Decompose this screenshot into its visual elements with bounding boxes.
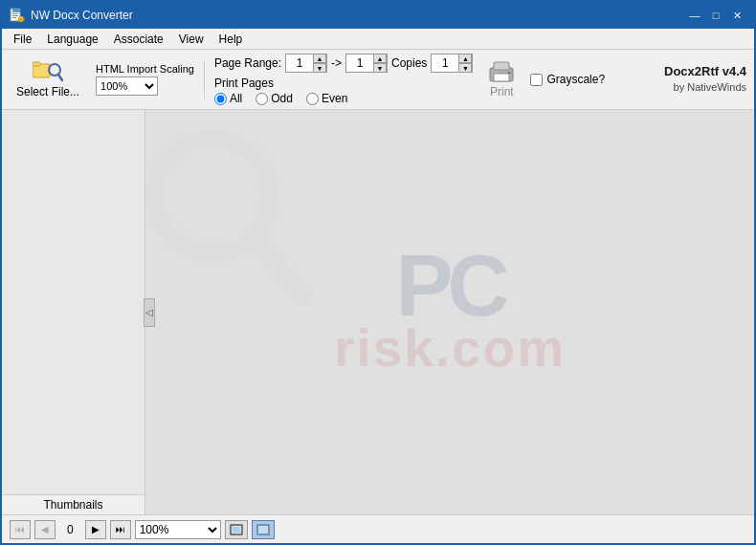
svg-text:NW: NW: [20, 17, 26, 22]
print-pages-radio-row: All Odd Even: [214, 92, 473, 105]
watermark-pc: PC: [395, 250, 503, 323]
menu-view[interactable]: View: [171, 31, 211, 48]
print-pages-group: Print Pages All Odd Even: [214, 76, 473, 105]
menu-language[interactable]: Language: [39, 31, 105, 48]
page-range-row: Page Range: ▲ ▼ -> ▲ ▼: [214, 54, 473, 73]
svg-line-16: [256, 239, 303, 296]
page-range-from-up[interactable]: ▲: [313, 54, 326, 63]
radio-all-input[interactable]: [214, 93, 227, 105]
print-label: Print: [490, 85, 514, 98]
page-range-group: Page Range: ▲ ▼ -> ▲ ▼: [214, 54, 473, 105]
page-range-from-input[interactable]: [286, 54, 313, 72]
svg-rect-12: [494, 62, 509, 70]
nav-prev-button[interactable]: ◀: [34, 520, 56, 539]
svg-rect-19: [257, 525, 269, 534]
svg-rect-2: [12, 13, 18, 14]
copies-spinner[interactable]: ▲ ▼: [431, 54, 473, 73]
nav-play-button[interactable]: ▶: [85, 520, 106, 539]
copies-down[interactable]: ▼: [458, 63, 472, 73]
brand-block: Docx2Rtf v4.4 by NativeWinds: [664, 64, 746, 94]
page-range-to-down[interactable]: ▼: [373, 63, 387, 73]
watermark-risk: risk.com: [334, 322, 566, 375]
menu-associate[interactable]: Associate: [106, 31, 171, 48]
minimize-button[interactable]: —: [685, 7, 704, 24]
svg-rect-1: [12, 9, 20, 12]
radio-even-input[interactable]: [306, 93, 319, 105]
radio-odd-label: Odd: [271, 92, 293, 105]
actual-size-icon: [256, 524, 270, 535]
brand-sub: by NativeWinds: [664, 80, 746, 94]
grayscale-group: Grayscale?: [530, 73, 605, 86]
select-file-label: Select File...: [16, 85, 79, 98]
svg-line-10: [58, 75, 62, 80]
watermark: PC risk.com: [145, 110, 754, 514]
app-icon: NW: [10, 8, 25, 23]
fit-page-button[interactable]: [225, 520, 248, 539]
page-range-from-down[interactable]: ▼: [313, 63, 326, 73]
magnifier-watermark: [145, 120, 318, 311]
brand-title: Docx2Rtf v4.4: [664, 64, 746, 80]
thumbnail-panel: Thumbnails: [2, 110, 145, 514]
page-range-label: Page Range:: [214, 56, 281, 70]
menu-help[interactable]: Help: [211, 31, 251, 48]
menu-file[interactable]: File: [6, 31, 39, 48]
main-window: NW NW Docx Converter — □ ✕ File Language…: [0, 0, 756, 545]
maximize-button[interactable]: □: [706, 7, 725, 24]
fit-page-icon: [230, 524, 243, 535]
page-range-from-btns: ▲ ▼: [313, 54, 326, 73]
toolbar-separator-1: [204, 60, 205, 98]
radio-all[interactable]: All: [214, 92, 242, 105]
radio-odd-input[interactable]: [256, 93, 268, 105]
scaling-group: HTML Import Scaling 100% 50% 75% 125% 15…: [96, 63, 194, 96]
zoom-select[interactable]: 100% 50% 75% 125% 150% 200%: [135, 520, 221, 539]
thumbnail-label: Thumbnails: [2, 494, 145, 514]
svg-rect-4: [12, 17, 16, 18]
select-file-icon: [33, 60, 63, 85]
scaling-select[interactable]: 100% 50% 75% 125% 150% 200%: [96, 76, 158, 96]
thumbnail-content: [2, 110, 145, 494]
svg-rect-8: [33, 62, 40, 66]
copies-up[interactable]: ▲: [458, 54, 472, 63]
title-bar-text: NW Docx Converter: [31, 9, 685, 22]
preview-area: PC risk.com: [145, 110, 754, 514]
radio-all-label: All: [230, 92, 242, 105]
svg-point-15: [155, 139, 270, 253]
bottom-toolbar: ⏮ ◀ 0 ▶ ⏭ 100% 50% 75% 125% 150% 200%: [2, 514, 754, 543]
page-range-to-btns: ▲ ▼: [373, 54, 387, 73]
main-area: Thumbnails ◁ PC risk.com: [2, 110, 754, 514]
page-count: 0: [59, 523, 81, 536]
actual-size-button[interactable]: [252, 520, 275, 539]
svg-rect-18: [233, 527, 240, 533]
title-bar: NW NW Docx Converter — □ ✕: [2, 2, 754, 29]
print-button[interactable]: Print: [482, 58, 521, 100]
window-controls: — □ ✕: [685, 7, 746, 24]
page-range-to-up[interactable]: ▲: [373, 54, 387, 63]
toolbar: Select File... HTML Import Scaling 100% …: [2, 50, 754, 110]
nav-first-button[interactable]: ⏮: [10, 520, 31, 539]
svg-point-14: [508, 72, 511, 75]
page-range-from-spinner[interactable]: ▲ ▼: [285, 54, 327, 73]
copies-input[interactable]: [432, 54, 458, 72]
radio-even[interactable]: Even: [306, 92, 347, 105]
print-icon: [486, 60, 517, 85]
print-pages-label: Print Pages: [214, 76, 473, 90]
close-button[interactable]: ✕: [727, 7, 746, 24]
scaling-label: HTML Import Scaling: [96, 63, 194, 75]
menu-bar: File Language Associate View Help: [2, 29, 754, 50]
page-range-to-input[interactable]: [346, 54, 373, 72]
collapse-handle[interactable]: ◁: [144, 298, 155, 327]
copies-btns: ▲ ▼: [458, 54, 472, 73]
arrow-label: ->: [331, 56, 342, 70]
select-file-button[interactable]: Select File...: [10, 57, 86, 101]
page-range-to-spinner[interactable]: ▲ ▼: [345, 54, 388, 73]
grayscale-label: Grayscale?: [546, 73, 605, 86]
radio-odd[interactable]: Odd: [256, 92, 293, 105]
svg-rect-13: [494, 74, 509, 81]
radio-even-label: Even: [322, 92, 347, 105]
grayscale-checkbox[interactable]: [530, 74, 543, 86]
nav-next-button[interactable]: ⏭: [110, 520, 131, 539]
copies-label: Copies: [391, 56, 427, 70]
svg-rect-3: [12, 15, 18, 16]
